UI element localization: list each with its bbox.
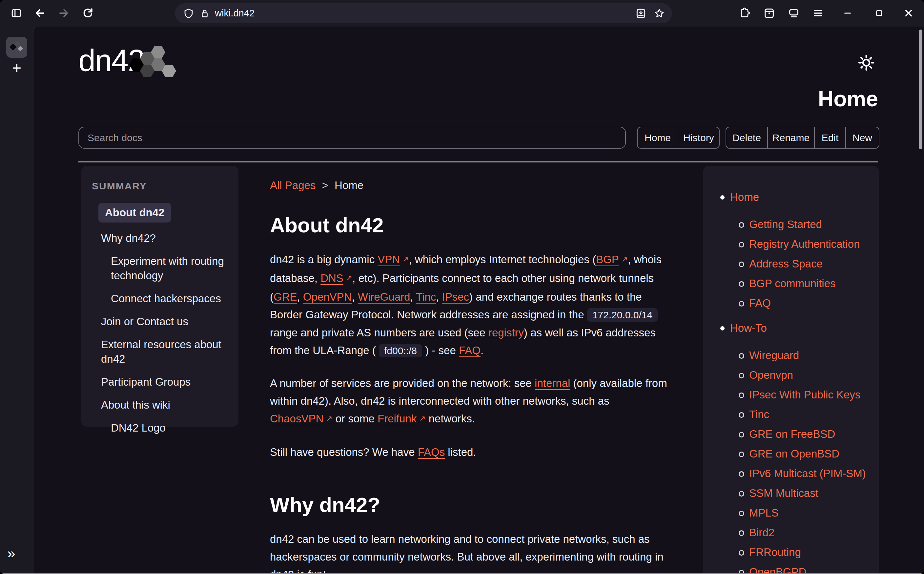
- toc-link-getting-started[interactable]: Getting Started: [749, 218, 822, 230]
- new-tab-button[interactable]: +: [0, 59, 33, 77]
- close-button[interactable]: [899, 4, 918, 22]
- toc-subitem: Getting Started: [730, 217, 879, 234]
- summary-item-active[interactable]: About dn42: [98, 203, 171, 222]
- summary-item[interactable]: DN42 Logo: [111, 421, 229, 435]
- toc-link-frrouting[interactable]: FRRouting: [749, 546, 801, 558]
- breadcrumb-all-pages-link[interactable]: All Pages: [270, 179, 316, 191]
- toc-link-openbgpd[interactable]: OpenBGPD: [749, 566, 806, 574]
- shield-icon[interactable]: [183, 8, 194, 19]
- toc-link-home[interactable]: Home: [730, 191, 759, 203]
- toc-link-bgp-communities[interactable]: BGP communities: [749, 277, 836, 289]
- summary-item[interactable]: About this wiki: [101, 398, 229, 412]
- link-freifunk[interactable]: Freifunk: [377, 413, 416, 425]
- search-input[interactable]: [79, 127, 626, 149]
- link-gre[interactable]: GRE: [273, 291, 297, 303]
- article: All Pages > Home About dn42 dn42 is a bi…: [270, 178, 674, 574]
- toc-sublist: WireguardOpenvpnIPsec With Public KeysTi…: [730, 348, 879, 574]
- summary-heading: SUMMARY: [92, 180, 229, 192]
- external-link-icon: ↗: [622, 255, 628, 263]
- archive-box-icon: [763, 7, 775, 19]
- minimize-icon: [842, 8, 853, 19]
- delete-button[interactable]: Delete: [726, 127, 767, 148]
- save-to-pocket-icon[interactable]: [635, 8, 646, 19]
- link-vpn[interactable]: VPN: [377, 253, 400, 265]
- close-icon: [903, 8, 914, 19]
- sidebar-toggle-icon: [11, 8, 22, 19]
- back-button[interactable]: [31, 4, 49, 22]
- toc-subitem: Registry Authentication: [730, 237, 879, 253]
- link-internal[interactable]: internal: [535, 377, 570, 389]
- wiki-nav-button-group: Home History: [637, 127, 720, 149]
- rename-button[interactable]: Rename: [767, 127, 814, 148]
- sidebar-toggle-button[interactable]: [7, 4, 25, 22]
- browser-window: wiki.dn42: [0, 0, 924, 574]
- summary-item[interactable]: External resources about dn42: [101, 337, 229, 366]
- url-text[interactable]: wiki.dn42: [215, 8, 255, 19]
- theme-toggle-button[interactable]: [858, 54, 875, 71]
- link-openvpn[interactable]: OpenVPN: [303, 291, 352, 303]
- inline-code: fd00::/8: [379, 344, 422, 357]
- toc-subitem: Wireguard: [730, 348, 879, 364]
- summary-item[interactable]: Why dn42?: [101, 231, 229, 246]
- paragraph-why-1: dn42 can be used to learn networking and…: [270, 530, 674, 574]
- history-button[interactable]: History: [678, 127, 719, 148]
- active-tab[interactable]: [6, 37, 27, 58]
- link-ipsec[interactable]: IPsec: [442, 291, 469, 303]
- link-faqs[interactable]: FAQs: [418, 446, 445, 458]
- url-bar[interactable]: wiki.dn42: [175, 3, 672, 23]
- forward-button[interactable]: [55, 4, 73, 22]
- toc-link-faq[interactable]: FAQ: [749, 297, 771, 309]
- toc-link-registry-authentication[interactable]: Registry Authentication: [749, 238, 860, 250]
- toc-subitem: FRRouting: [730, 545, 879, 561]
- summary-item[interactable]: Connect hackerspaces: [111, 292, 229, 306]
- toc-subitem: OpenBGPD: [730, 565, 879, 574]
- toc-link-how-to[interactable]: How-To: [730, 322, 767, 334]
- toc-subitem: Bird2: [730, 525, 879, 542]
- toc-link-mpls[interactable]: MPLS: [749, 507, 779, 519]
- scrollbar-thumb[interactable]: [919, 30, 922, 149]
- screens-icon: [788, 7, 800, 19]
- toc-link-ipsec-with-public-keys[interactable]: IPsec With Public Keys: [749, 389, 860, 401]
- summary-item[interactable]: Participant Groups: [101, 375, 229, 389]
- toc-link-gre-on-openbsd[interactable]: GRE on OpenBSD: [749, 448, 839, 460]
- toc-link-tinc[interactable]: Tinc: [749, 408, 769, 420]
- extensions-button[interactable]: [735, 4, 754, 22]
- back-icon: [34, 7, 46, 19]
- summary-item[interactable]: Join or Contact us: [101, 314, 229, 329]
- new-button[interactable]: New: [845, 127, 879, 148]
- toc-link-bird2[interactable]: Bird2: [749, 527, 775, 539]
- minimize-button[interactable]: [838, 4, 857, 22]
- toc-sublist: Getting StartedRegistry AuthenticationAd…: [730, 217, 879, 312]
- toc-link-ssm-multicast[interactable]: SSM Multicast: [749, 487, 819, 499]
- maximize-button[interactable]: [870, 4, 888, 22]
- toc-link-gre-on-freebsd[interactable]: GRE on FreeBSD: [749, 428, 835, 440]
- link-wireguard[interactable]: WireGuard: [358, 291, 410, 303]
- link-tinc[interactable]: Tinc: [416, 291, 436, 303]
- inline-code: 172.20.0.0/14: [587, 308, 658, 322]
- link-registry[interactable]: registry: [489, 326, 524, 339]
- tab-overview-button[interactable]: [784, 4, 803, 22]
- header-divider: [79, 161, 878, 162]
- dn42-logo-hexagons: [129, 44, 178, 79]
- vertical-tab-strip: + »: [0, 27, 33, 574]
- toc-link-address-space[interactable]: Address Space: [749, 258, 823, 270]
- bookmark-star-icon[interactable]: [654, 8, 665, 19]
- link-chaosvpn[interactable]: ChaosVPN: [270, 413, 324, 425]
- toc-link-openvpn[interactable]: Openvpn: [749, 369, 793, 381]
- edit-button[interactable]: Edit: [814, 127, 845, 148]
- link-faq[interactable]: FAQ: [459, 344, 481, 356]
- toc-list: HomeGetting StartedRegistry Authenticati…: [703, 190, 879, 574]
- link-dns[interactable]: DNS: [321, 272, 343, 284]
- toc-link-ipv6-multicast-pim-sm-[interactable]: IPv6 Multicast (PIM-SM): [749, 467, 866, 479]
- reload-button[interactable]: [79, 4, 97, 22]
- home-button[interactable]: Home: [638, 127, 678, 148]
- expand-sidebar-button[interactable]: »: [7, 545, 15, 561]
- toc-subitem: SSM Multicast: [730, 486, 879, 503]
- toc-link-wireguard[interactable]: Wireguard: [749, 349, 799, 361]
- summary-item[interactable]: Experiment with routing technology: [111, 254, 229, 283]
- external-link-icon: ↗: [419, 414, 426, 423]
- toc-sidebar: HomeGetting StartedRegistry Authenticati…: [703, 166, 879, 574]
- menu-button[interactable]: [809, 4, 827, 22]
- link-bgp[interactable]: BGP: [596, 253, 619, 265]
- container-button[interactable]: [760, 4, 778, 22]
